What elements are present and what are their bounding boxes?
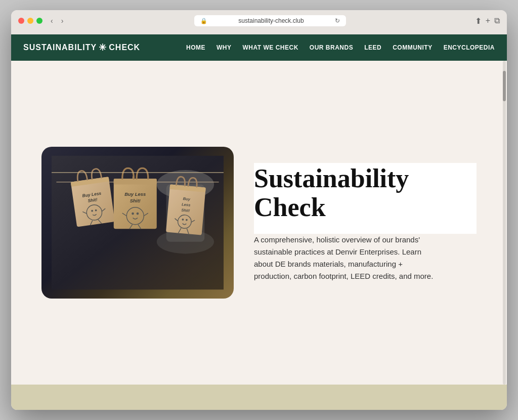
- refresh-button[interactable]: ↻: [335, 17, 340, 24]
- tabs-button[interactable]: ⧉: [494, 16, 500, 25]
- hero-text: Sustainability Check A comprehensive, ho…: [254, 163, 477, 282]
- hero-content: Buy Less Shit!: [41, 147, 477, 299]
- tote-bags-illustration: Buy Less Shit!: [52, 152, 224, 293]
- nav-community[interactable]: COMMUNITY: [393, 44, 433, 51]
- hero-title-container: Sustainability Check: [254, 163, 477, 234]
- logo-text-1: SUSTAINABILITY: [23, 43, 97, 52]
- browser-window: ‹ › 🔒 sustainability-check.club ↻ ⬆ + ⧉: [11, 10, 507, 410]
- hero-image-bg: Buy Less Shit!: [41, 147, 234, 299]
- close-button[interactable]: [18, 18, 24, 24]
- nav-home[interactable]: HOME: [186, 44, 205, 51]
- scrollbar[interactable]: [503, 61, 506, 385]
- forward-button[interactable]: ›: [59, 16, 66, 26]
- svg-rect-42: [52, 156, 224, 289]
- back-button[interactable]: ‹: [49, 16, 55, 26]
- scrollbar-thumb[interactable]: [503, 71, 506, 101]
- hero-section: Buy Less Shit!: [11, 61, 507, 385]
- clothesline: [52, 172, 224, 173]
- main-nav: SUSTAINABILITY ✳ CHECK HOME WHY WHAT WE …: [11, 34, 507, 61]
- url-text: sustainability-check.club: [210, 17, 332, 24]
- nav-leed[interactable]: LEED: [364, 44, 381, 51]
- nav-what-we-check[interactable]: WHAT WE CHECK: [243, 44, 298, 51]
- hero-image: Buy Less Shit!: [41, 147, 234, 299]
- browser-titlebar: ‹ › 🔒 sustainability-check.club ↻ ⬆ + ⧉: [18, 15, 500, 26]
- nav-links: HOME WHY WHAT WE CHECK OUR BRANDS LEED C…: [186, 44, 495, 51]
- website-content: SUSTAINABILITY ✳ CHECK HOME WHY WHAT WE …: [11, 34, 507, 410]
- browser-chrome: ‹ › 🔒 sustainability-check.club ↻ ⬆ + ⧉: [11, 10, 507, 34]
- traffic-lights: [18, 18, 42, 24]
- address-bar[interactable]: 🔒 sustainability-check.club ↻: [194, 15, 346, 26]
- nav-our-brands[interactable]: OUR BRANDS: [310, 44, 353, 51]
- minimize-button[interactable]: [27, 18, 33, 24]
- nav-encyclopedia[interactable]: ENCYCLOPEDIA: [444, 44, 495, 51]
- lock-icon: 🔒: [200, 18, 207, 24]
- bottom-strip: [11, 385, 507, 410]
- browser-nav-controls: ‹ ›: [49, 16, 65, 26]
- browser-right-controls: ⬆ + ⧉: [475, 16, 500, 26]
- maximize-button[interactable]: [36, 18, 42, 24]
- share-button[interactable]: ⬆: [475, 16, 482, 26]
- new-tab-button[interactable]: +: [486, 16, 490, 25]
- browser-tab-bar: [18, 30, 500, 34]
- site-logo[interactable]: SUSTAINABILITY ✳ CHECK: [23, 42, 140, 53]
- logo-text-2: CHECK: [109, 43, 140, 52]
- hero-title: Sustainability Check: [254, 164, 472, 222]
- address-bar-container: 🔒 sustainability-check.club ↻: [71, 15, 468, 26]
- hero-description: A comprehensive, holistic overview of ou…: [254, 234, 436, 282]
- nav-why[interactable]: WHY: [217, 44, 232, 51]
- logo-symbol: ✳: [99, 42, 107, 53]
